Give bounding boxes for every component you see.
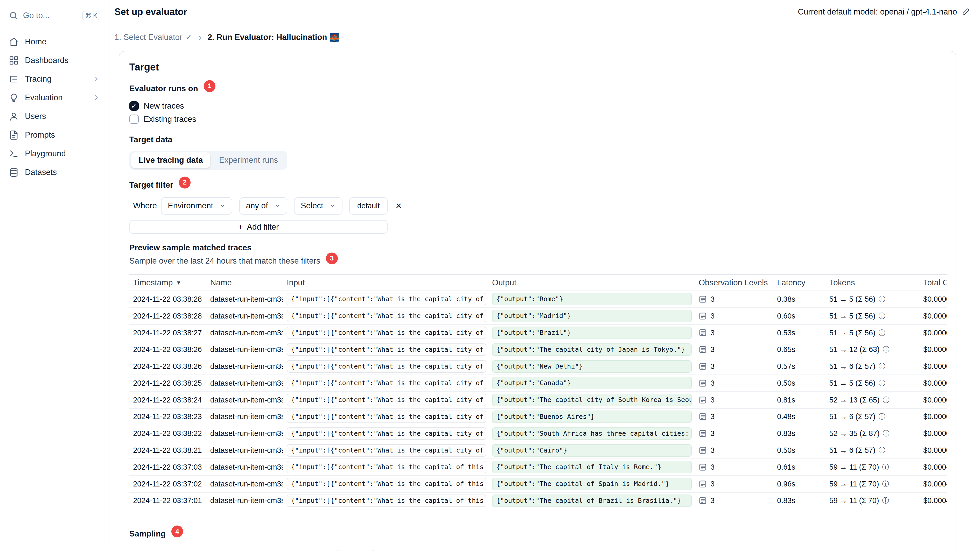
info-icon[interactable]: ⓘ [882, 463, 889, 472]
default-model-label: Current default model: openai / gpt-4.1-… [798, 7, 957, 17]
input-json-cell[interactable]: {"input":[{"content":"What is the capita… [287, 343, 486, 356]
filter-operator-select[interactable]: any of [239, 197, 287, 214]
tab-experiment-runs[interactable]: Experiment runs [212, 152, 285, 168]
input-json-cell[interactable]: {"input":[{"content":"What is the capita… [287, 327, 486, 339]
cell-total-cost: $0.000011 ( [920, 329, 947, 337]
table-row[interactable]: 2024-11-22 03:38:24 dataset-run-item-cm3… [129, 392, 947, 409]
info-icon[interactable]: ⓘ [879, 362, 885, 371]
input-json-cell[interactable]: {"input":[{"content":"What is the capita… [287, 394, 486, 406]
sampling-percent-input[interactable] [336, 550, 376, 551]
checkbox-unchecked-icon[interactable] [129, 114, 139, 124]
dashboards-icon [9, 56, 19, 65]
table-row[interactable]: 2024-11-22 03:38:28 dataset-run-item-cm3… [129, 308, 947, 325]
filter-value-select[interactable]: Select [294, 197, 342, 214]
output-json-cell[interactable]: {"output":"The capital of Brazil is Bras… [492, 494, 692, 507]
sidebar-item-playground[interactable]: Playground [5, 144, 104, 163]
table-row[interactable]: 2024-11-22 03:37:02 dataset-run-item-cm3… [129, 476, 947, 493]
cell-output: {"output":"Cairo"} [488, 444, 695, 457]
cell-name: dataset-run-item-cm3s4 [206, 295, 283, 303]
cell-name: dataset-run-item-cm3s4 [206, 312, 283, 320]
info-icon[interactable]: ⓘ [879, 295, 885, 304]
table-row[interactable]: 2024-11-22 03:38:26 dataset-run-item-cm3… [129, 341, 947, 358]
input-json-cell[interactable]: {"input":[{"content":"What is the capita… [287, 478, 486, 490]
table-row[interactable]: 2024-11-22 03:37:03 dataset-run-item-cm3… [129, 459, 947, 476]
info-icon[interactable]: ⓘ [883, 429, 889, 438]
cell-name: dataset-run-item-cm3s4 [206, 429, 283, 438]
card-title: Target [129, 62, 946, 73]
lightbulb-icon [9, 93, 19, 103]
output-json-cell[interactable]: {"output":"Buenos Aires"} [492, 411, 692, 423]
table-row[interactable]: 2024-11-22 03:37:01 dataset-run-item-cm3… [129, 493, 947, 510]
remove-filter-icon[interactable]: × [395, 201, 403, 211]
go-to-search[interactable]: Go to... ⌘ K [5, 6, 104, 25]
output-json-cell[interactable]: {"output":"The capital of Spain is Madri… [492, 478, 692, 490]
input-json-cell[interactable]: {"input":[{"content":"What is the capita… [287, 444, 486, 457]
tab-live-tracing-data[interactable]: Live tracing data [131, 152, 210, 168]
info-icon[interactable]: ⓘ [882, 480, 889, 489]
table-row[interactable]: 2024-11-22 03:38:21 dataset-run-item-cm3… [129, 442, 947, 459]
levels-icon [699, 312, 707, 320]
breadcrumb: 1. Select Evaluator ✓ › 2. Run Evaluator… [110, 24, 980, 47]
info-icon[interactable]: ⓘ [879, 329, 885, 337]
checkbox-new-traces[interactable]: ✓ New traces [129, 100, 946, 113]
output-json-cell[interactable]: {"output":"The capital of Italy is Rome.… [492, 461, 692, 473]
cell-observation-levels: 3 [695, 396, 773, 404]
output-json-cell[interactable]: {"output":"South Africa has three capita… [492, 427, 692, 440]
sidebar-item-users[interactable]: Users [5, 107, 104, 126]
checkbox-label: Existing traces [144, 114, 196, 124]
output-json-cell[interactable]: {"output":"Rome"} [492, 293, 692, 305]
input-json-cell[interactable]: {"input":[{"content":"What is the capita… [287, 310, 486, 322]
cell-latency: 0.50s [773, 379, 826, 387]
output-json-cell[interactable]: {"output":"The capital city of South Kor… [492, 394, 692, 406]
table-row[interactable]: 2024-11-22 03:38:23 dataset-run-item-cm3… [129, 409, 947, 426]
info-icon[interactable]: ⓘ [879, 446, 885, 455]
table-row[interactable]: 2024-11-22 03:38:25 dataset-run-item-cm3… [129, 375, 947, 392]
table-row[interactable]: 2024-11-22 03:38:28 dataset-run-item-cm3… [129, 291, 947, 308]
checkbox-existing-traces[interactable]: Existing traces [129, 113, 946, 125]
sidebar-item-home[interactable]: Home [5, 32, 104, 51]
levels-icon [699, 329, 707, 337]
input-json-cell[interactable]: {"input":[{"content":"What is the capita… [287, 411, 486, 423]
input-json-cell[interactable]: {"input":[{"content":"What is the capita… [287, 377, 486, 389]
cell-input: {"input":[{"content":"What is the capita… [283, 293, 488, 305]
input-json-cell[interactable]: {"input":[{"content":"What is the capita… [287, 427, 486, 440]
output-json-cell[interactable]: {"output":"The capital city of Japan is … [492, 343, 692, 356]
input-json-cell[interactable]: {"input":[{"content":"What is the capita… [287, 461, 486, 473]
info-icon[interactable]: ⓘ [879, 412, 885, 421]
levels-icon [699, 413, 707, 421]
table-row[interactable]: 2024-11-22 03:38:26 dataset-run-item-cm3… [129, 358, 947, 375]
table-row[interactable]: 2024-11-22 03:38:27 dataset-run-item-cm3… [129, 325, 947, 341]
sidebar-item-dashboards[interactable]: Dashboards [5, 51, 104, 70]
input-json-cell[interactable]: {"input":[{"content":"What is the capita… [287, 360, 486, 373]
input-json-cell[interactable]: {"input":[{"content":"What is the capita… [287, 494, 486, 507]
input-json-cell[interactable]: {"input":[{"content":"What is the capita… [287, 293, 486, 305]
cell-input: {"input":[{"content":"What is the capita… [283, 444, 488, 457]
output-json-cell[interactable]: {"output":"Brazil"} [492, 327, 692, 339]
checkbox-checked-icon[interactable]: ✓ [129, 101, 139, 111]
cell-total-cost: $0.00046 ( [920, 496, 947, 505]
column-header-timestamp[interactable]: Timestamp ▼ [129, 278, 207, 287]
info-icon[interactable]: ⓘ [879, 311, 885, 321]
sidebar-item-tracing[interactable]: Tracing [5, 70, 104, 88]
info-icon[interactable]: ⓘ [882, 496, 889, 505]
sidebar-item-evaluation[interactable]: Evaluation [5, 88, 104, 107]
cell-timestamp: 2024-11-22 03:38:22 [129, 429, 207, 438]
sidebar-item-prompts[interactable]: Prompts [5, 126, 104, 144]
sidebar-item-datasets[interactable]: Datasets [5, 163, 104, 182]
output-json-cell[interactable]: {"output":"Cairo"} [492, 444, 692, 457]
filter-column-select[interactable]: Environment [161, 197, 232, 214]
output-json-cell[interactable]: {"output":"Madrid"} [492, 310, 692, 322]
info-icon[interactable]: ⓘ [879, 379, 885, 388]
output-json-cell[interactable]: {"output":"Canada"} [492, 377, 692, 389]
info-icon[interactable]: ⓘ [883, 345, 889, 354]
add-filter-button[interactable]: + Add filter [129, 220, 388, 234]
table-row[interactable]: 2024-11-22 03:38:22 dataset-run-item-cm3… [129, 425, 947, 442]
cell-observation-levels: 3 [695, 496, 773, 505]
cell-observation-levels: 3 [695, 480, 773, 488]
info-icon[interactable]: ⓘ [883, 395, 889, 405]
breadcrumb-step-1[interactable]: 1. Select Evaluator ✓ [115, 32, 192, 42]
edit-pencil-icon[interactable] [962, 8, 970, 16]
output-json-cell[interactable]: {"output":"New Delhi"} [492, 360, 692, 373]
filter-value-chip[interactable]: default [349, 197, 388, 214]
sidebar-item-label: Home [25, 37, 46, 46]
